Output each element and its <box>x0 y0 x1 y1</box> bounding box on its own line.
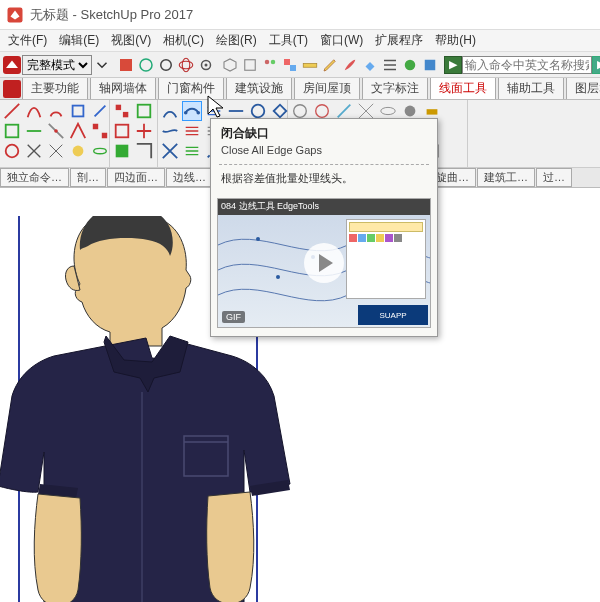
svg-rect-17 <box>3 80 21 98</box>
tool-ruler-icon[interactable] <box>301 54 319 76</box>
tab-aux[interactable]: 辅助工具 <box>498 78 564 100</box>
menu-extensions[interactable]: 扩展程序 <box>369 30 429 51</box>
command-search: ▶ ▶ <box>444 56 600 74</box>
play-icon[interactable] <box>304 243 344 283</box>
subtab-13[interactable]: 过… <box>536 168 572 187</box>
edge-icon-6[interactable] <box>182 141 202 161</box>
tool-gear-icon[interactable] <box>197 54 215 76</box>
subtab-1[interactable]: 剖… <box>70 168 106 187</box>
svg-point-19 <box>6 145 19 158</box>
menu-file[interactable]: 文件(F) <box>2 30 53 51</box>
subtab-0[interactable]: 独立命令… <box>0 168 69 187</box>
edge-icon-5[interactable] <box>182 121 202 141</box>
subtab-12[interactable]: 建筑工… <box>477 168 535 187</box>
svg-point-35 <box>381 107 395 114</box>
pg2-icon-6[interactable] <box>134 141 154 161</box>
pg2-icon-4[interactable] <box>134 101 154 121</box>
suapp-badge: SUAPP <box>358 305 428 325</box>
pg1-icon-14[interactable] <box>90 121 110 141</box>
pg1-icon-5[interactable] <box>24 121 44 141</box>
pg1-icon-7[interactable] <box>46 101 66 121</box>
search-submit-icon[interactable]: ▶ <box>592 56 600 74</box>
tool-brush-icon[interactable] <box>341 54 359 76</box>
pg2-icon-3[interactable] <box>112 141 132 161</box>
svg-rect-12 <box>284 59 290 65</box>
tooltip-title-en: Close All Edge Gaps <box>221 144 427 156</box>
app-logo-icon <box>6 6 24 24</box>
edge-close-gaps-icon[interactable] <box>182 101 202 121</box>
palette-group-2 <box>110 100 158 168</box>
menu-help[interactable]: 帮助(H) <box>429 30 482 51</box>
tool-blue-icon[interactable] <box>421 54 439 76</box>
pg1-icon-11[interactable] <box>68 121 88 141</box>
menu-camera[interactable]: 相机(C) <box>157 30 210 51</box>
svg-point-44 <box>256 237 260 241</box>
dropdown-icon[interactable] <box>93 54 111 76</box>
tool-people-icon[interactable] <box>261 54 279 76</box>
tab-axis[interactable]: 轴网墙体 <box>90 78 156 100</box>
subtab-3[interactable]: 边线… <box>166 168 213 187</box>
svg-point-37 <box>405 106 416 117</box>
svg-point-3 <box>140 59 152 71</box>
tool-circle-icon[interactable] <box>157 54 175 76</box>
pg1-icon-8[interactable] <box>46 121 66 141</box>
pg1-icon-13[interactable] <box>90 101 110 121</box>
tool-lines-icon[interactable] <box>381 54 399 76</box>
tool-box-icon[interactable] <box>241 54 259 76</box>
menu-bar: 文件(F) 编辑(E) 视图(V) 相机(C) 绘图(R) 工具(T) 窗口(W… <box>0 30 600 52</box>
svg-rect-39 <box>427 109 438 114</box>
pg2-icon-2[interactable] <box>112 121 132 141</box>
tooltip-media[interactable]: 084 边线工具 EdgeTools GIF SUAPP <box>217 198 431 328</box>
menu-tools[interactable]: 工具(T) <box>263 30 314 51</box>
edge-icon-3[interactable] <box>160 141 180 161</box>
svg-rect-23 <box>116 105 121 110</box>
mode-select[interactable]: 完整模式 <box>22 55 92 75</box>
tool-red-icon[interactable] <box>117 54 135 76</box>
tool-cube-icon[interactable] <box>221 54 239 76</box>
menu-view[interactable]: 视图(V) <box>105 30 157 51</box>
svg-point-10 <box>265 59 270 64</box>
subtab-2[interactable]: 四边面… <box>107 168 165 187</box>
svg-point-4 <box>161 59 172 70</box>
pg1-icon-12[interactable] <box>68 141 88 161</box>
menu-draw[interactable]: 绘图(R) <box>210 30 263 51</box>
pg2-icon-5[interactable] <box>134 121 154 141</box>
edge-icon-2[interactable] <box>160 121 180 141</box>
tool-orbit-icon[interactable] <box>177 54 195 76</box>
palette-group-1 <box>0 100 110 168</box>
menu-edit[interactable]: 编辑(E) <box>53 30 105 51</box>
pg1-icon-1[interactable] <box>2 101 22 121</box>
tool-globe-icon[interactable] <box>137 54 155 76</box>
svg-rect-14 <box>303 63 317 67</box>
search-go-icon[interactable]: ▶ <box>444 56 462 74</box>
svg-point-15 <box>405 59 416 70</box>
pg1-icon-15[interactable] <box>90 141 110 161</box>
menu-window[interactable]: 窗口(W) <box>314 30 369 51</box>
tab-main[interactable]: 主要功能 <box>22 78 88 100</box>
tool-pencil-icon[interactable] <box>321 54 339 76</box>
suapp-icon[interactable] <box>3 54 21 76</box>
tab-building[interactable]: 建筑设施 <box>226 78 292 100</box>
pg1-icon-10[interactable] <box>68 101 88 121</box>
pg1-icon-2[interactable] <box>2 121 22 141</box>
tooltip-description: 根据容差值批量处理线头。 <box>211 171 437 194</box>
tool-fill-icon[interactable] <box>361 54 379 76</box>
tab-layers[interactable]: 图层群组 <box>566 78 600 100</box>
pg1-icon-9[interactable] <box>46 141 66 161</box>
svg-rect-24 <box>123 112 128 117</box>
title-bar: 无标题 - SketchUp Pro 2017 <box>0 0 600 30</box>
pg1-icon-4[interactable] <box>24 101 44 121</box>
tab-home-icon[interactable] <box>3 78 21 100</box>
tab-line-tools[interactable]: 线面工具 <box>430 78 496 100</box>
tooltip-media-header: 084 边线工具 EdgeTools <box>218 199 430 215</box>
pg2-icon-1[interactable] <box>112 101 132 121</box>
pg1-icon-6[interactable] <box>24 141 44 161</box>
tab-text[interactable]: 文字标注 <box>362 78 428 100</box>
pg1-icon-3[interactable] <box>2 141 22 161</box>
category-tabs: 主要功能 轴网墙体 门窗构件 建筑设施 房间屋顶 文字标注 线面工具 辅助工具 … <box>0 78 600 100</box>
edge-icon-1[interactable] <box>160 101 180 121</box>
tool-swatch-icon[interactable] <box>281 54 299 76</box>
tab-rooms[interactable]: 房间屋顶 <box>294 78 360 100</box>
search-input[interactable] <box>462 56 592 74</box>
tool-green-icon[interactable] <box>401 54 419 76</box>
